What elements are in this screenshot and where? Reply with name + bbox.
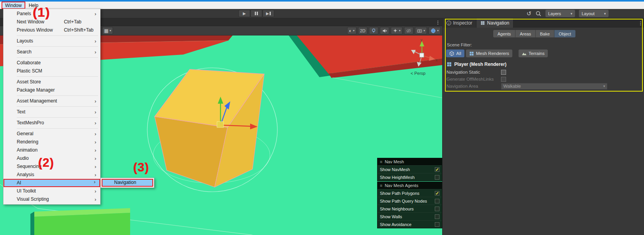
layout-dropdown[interactable]: Layout ▾ <box>579 10 609 17</box>
overlay-toggle-show-walls[interactable]: Show Walls <box>378 212 442 220</box>
globe-icon <box>431 28 436 34</box>
menu-item-ui-toolkit[interactable]: UI Toolkit› <box>4 187 100 195</box>
menu-item-label: Next Window <box>17 19 44 25</box>
mode-tab-agents[interactable]: Agents <box>493 30 515 37</box>
field-generate-offmeshlinks: Generate OffMeshLinks <box>446 76 639 83</box>
mode-tab-areas[interactable]: Areas <box>515 30 536 37</box>
2d-toggle[interactable]: 2D <box>358 27 367 34</box>
play-button[interactable]: ▶ <box>238 10 250 17</box>
camera-settings-dropdown[interactable]: ▾ <box>415 27 427 34</box>
scene-audio-toggle[interactable] <box>380 27 389 34</box>
dropdown-navigation-area[interactable]: Walkable▾ <box>501 83 607 90</box>
overlay-toggle-label: Show Neighbours <box>380 207 414 211</box>
submenu-item-navigation[interactable]: Navigation <box>102 179 153 187</box>
menu-item-plastic-scm[interactable]: Plastic SCM <box>4 67 100 75</box>
menu-item-label: Asset Store <box>17 79 41 85</box>
info-icon <box>446 21 451 25</box>
panel-menu-icon[interactable] <box>640 21 641 25</box>
menu-item-general[interactable]: General› <box>4 130 100 138</box>
menu-item-label: AI <box>17 180 21 186</box>
tab-inspector[interactable]: Inspector <box>443 18 476 28</box>
pause-button[interactable] <box>251 10 262 17</box>
grid-icon: ▦ <box>104 28 108 33</box>
overlay-header[interactable]: ≡Nav Mesh <box>378 158 442 165</box>
overlay-toggle-show-navmesh[interactable]: Show NavMesh✓ <box>378 165 442 173</box>
checkbox-icon[interactable]: ✓ <box>435 167 439 172</box>
menu-item-panels[interactable]: Panels› <box>4 10 100 18</box>
menu-item-analysis[interactable]: Analysis› <box>4 171 100 179</box>
chevron-down-icon: ▾ <box>604 12 606 16</box>
dropdown-value: Walkable <box>503 84 521 88</box>
menu-item-search[interactable]: Search› <box>4 48 100 56</box>
overlay-toggle-show-avoidance[interactable]: Show Avoidance <box>378 220 442 228</box>
overlay-toggle-label: Show Path Query Nodes <box>380 199 427 203</box>
effects-dropdown[interactable]: ▾ <box>391 27 402 34</box>
gizmos-globe-dropdown[interactable]: ▾ <box>429 27 441 34</box>
toolbar-right-controls: ↺ Layers ▾ Layout ▾ <box>526 10 609 17</box>
checkbox-icon[interactable] <box>435 199 439 203</box>
scene-tab-menu-icon[interactable] <box>438 21 438 25</box>
shading-mode-dropdown[interactable]: ◐ ▾ <box>347 27 356 34</box>
filter-mesh-renderers[interactable]: Mesh Renderers <box>466 49 512 57</box>
tab-navigation[interactable]: Navigation <box>476 18 513 28</box>
submenu-arrow-icon: › <box>95 130 96 138</box>
tab-navigation-label: Navigation <box>487 20 509 26</box>
menu-item-animation[interactable]: Animation› <box>4 146 100 154</box>
overlay-toggle-show-neighbours[interactable]: Show Neighbours <box>378 205 442 212</box>
step-button[interactable]: ▶ <box>263 10 274 17</box>
checkbox-icon[interactable]: ✓ <box>435 191 439 196</box>
mode-tab-object[interactable]: Object <box>554 30 575 37</box>
menu-item-asset-management[interactable]: Asset Management› <box>4 97 100 105</box>
menu-item-visual-scripting[interactable]: Visual Scripting› <box>4 195 100 203</box>
menu-item-rendering[interactable]: Rendering› <box>4 138 100 146</box>
scene-lighting-toggle[interactable] <box>369 27 378 34</box>
field-label: Navigation Area <box>446 84 501 88</box>
camera-icon <box>417 28 422 34</box>
overlay-toggle-show-path-query-nodes[interactable]: Show Path Query Nodes <box>378 197 442 205</box>
menu-item-next-window[interactable]: Next WindowCtrl+Tab <box>4 18 100 26</box>
overlay-header[interactable]: ≡Nav Mesh Agents <box>378 182 442 189</box>
axis-x-label: x <box>436 58 438 62</box>
chevron-down-icon: ▾ <box>423 29 425 32</box>
menu-item-ai[interactable]: AI› <box>4 179 100 187</box>
menu-item-label: Collaborate <box>17 60 41 65</box>
annotation-step-3: (3) <box>133 161 149 175</box>
undo-history-icon[interactable]: ↺ <box>526 11 531 16</box>
checkbox-generate-offmeshlinks[interactable] <box>501 77 506 82</box>
menu-item-textmeshpro[interactable]: TextMeshPro› <box>4 119 100 127</box>
terrain-icon <box>522 51 527 56</box>
filter-terrains[interactable]: Terrains <box>519 49 548 57</box>
submenu-arrow-icon: › <box>95 119 96 127</box>
menu-item-text[interactable]: Text› <box>4 108 100 116</box>
field-navigation-area: Navigation AreaWalkable▾ <box>446 83 639 90</box>
grid-visibility-dropdown[interactable]: ▦ ▾ <box>102 27 113 34</box>
menu-item-collaborate[interactable]: Collaborate <box>4 59 100 67</box>
layers-dropdown[interactable]: Layers ▾ <box>545 10 575 17</box>
checkbox-icon[interactable] <box>435 214 439 219</box>
overlay-toggle-show-heightmesh[interactable]: Show HeightMesh <box>378 173 442 181</box>
menu-item-layouts[interactable]: Layouts› <box>4 37 100 45</box>
checkbox-icon[interactable] <box>435 222 439 227</box>
menu-item-label: UI Toolkit <box>17 188 36 194</box>
checkbox-icon[interactable] <box>435 175 439 180</box>
mode-tab-bake[interactable]: Bake <box>536 30 554 37</box>
overlay-toggle-label: Show Walls <box>380 214 402 219</box>
menu-item-asset-store[interactable]: Asset Store <box>4 78 100 86</box>
scene-object-green-platform[interactable] <box>30 208 130 235</box>
chevron-down-icon: ▾ <box>570 12 572 16</box>
checkbox-navigation-static[interactable] <box>501 70 506 75</box>
filter-all[interactable]: All <box>446 49 464 57</box>
menu-item-label: Animation <box>17 147 37 153</box>
hidden-objects-toggle[interactable] <box>404 27 413 34</box>
checkbox-icon[interactable] <box>435 207 439 211</box>
axis-y-label: y <box>420 38 422 42</box>
menu-item-label: Panels <box>17 11 31 16</box>
search-icon[interactable] <box>535 11 542 17</box>
submenu-arrow-icon: › <box>95 171 96 179</box>
field-navigation-static: Navigation Static <box>446 69 639 76</box>
perspective-label[interactable]: < Persp <box>411 71 425 76</box>
menu-item-package-manager[interactable]: Package Manager <box>4 86 100 94</box>
menu-item-previous-window[interactable]: Previous WindowCtrl+Shift+Tab <box>4 26 100 34</box>
menubar-item-window[interactable]: Window <box>2 2 25 9</box>
overlay-toggle-show-path-polygons[interactable]: Show Path Polygons✓ <box>378 189 442 197</box>
